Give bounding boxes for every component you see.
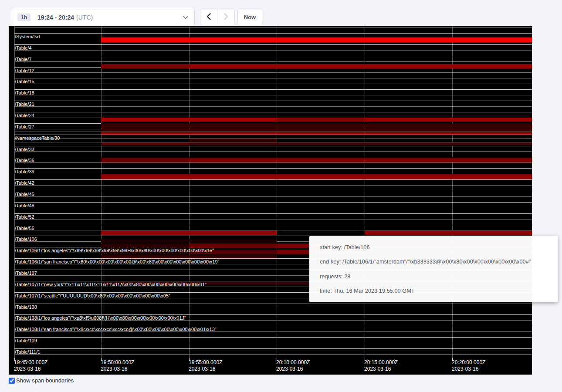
- heat-band[interactable]: [101, 132, 532, 135]
- horizontal-grid-line: [14, 348, 532, 349]
- horizontal-grid-line: [14, 213, 532, 214]
- heat-band[interactable]: [101, 126, 532, 129]
- heat-band[interactable]: [101, 142, 189, 146]
- x-axis-label: 19:55:00.000Z2023-03-16: [189, 359, 222, 372]
- heat-band[interactable]: [101, 118, 277, 122]
- row-label: /Table/106/1/"san francisco"/"\x80\x00\x…: [15, 259, 220, 264]
- horizontal-grid-line: [14, 314, 532, 315]
- horizontal-grid-line: [14, 95, 532, 95]
- horizontal-grid-line: [14, 44, 532, 45]
- horizontal-grid-line: [14, 146, 532, 146]
- time-range-select[interactable]: 1h 19:24 - 20:24 (UTC): [11, 8, 195, 27]
- heat-band[interactable]: [101, 255, 277, 258]
- row-label: /Table/36: [15, 158, 34, 163]
- horizontal-grid-line: [14, 27, 532, 28]
- row-label: /Table/106: [15, 237, 37, 242]
- heat-band[interactable]: [189, 139, 277, 142]
- horizontal-grid-line: [14, 225, 532, 225]
- row-label: /Table/18: [15, 90, 34, 95]
- row-label: /Table/39: [15, 169, 34, 174]
- heat-band[interactable]: [189, 142, 532, 146]
- vertical-grid-line: [189, 26, 190, 358]
- heat-band[interactable]: [101, 129, 532, 132]
- heat-band[interactable]: [101, 239, 277, 243]
- next-interval-button[interactable]: [217, 9, 235, 25]
- horizontal-grid-line: [14, 354, 532, 355]
- row-label: /Table/107/1/"new york"/"\x11\x11\x11\x1…: [15, 282, 207, 287]
- vertical-grid-line: [365, 26, 365, 358]
- x-axis-label: 19:45:00.000Z2023-03-16: [14, 359, 47, 372]
- horizontal-grid-line: [14, 84, 532, 84]
- tooltip-time: time: Thu, 16 Mar 2023 19:55:00 GMT: [320, 287, 547, 294]
- chevron-left-icon: [207, 13, 211, 21]
- horizontal-grid-line: [14, 50, 532, 51]
- heat-band[interactable]: [365, 118, 532, 122]
- heat-band[interactable]: [277, 118, 365, 122]
- heat-band[interactable]: [101, 37, 532, 42]
- heat-band[interactable]: [365, 230, 532, 235]
- vertical-grid-line: [452, 26, 453, 358]
- heat-band[interactable]: [101, 64, 189, 68]
- horizontal-grid-line: [14, 89, 532, 90]
- show-span-boundaries-label: Show span boundaries: [16, 377, 74, 384]
- chevron-right-icon: [224, 13, 228, 21]
- now-button[interactable]: Now: [237, 9, 262, 25]
- horizontal-grid-line: [14, 135, 532, 135]
- row-label: /Table/108/1/"los angeles"/"\xa8\xf5\u00…: [15, 315, 186, 321]
- horizontal-grid-line: [14, 309, 532, 309]
- row-label: /Table/55: [15, 226, 34, 231]
- horizontal-grid-line: [14, 72, 532, 73]
- row-label: /Table/107/1/"seattle"/"UUUUUUD\x00\x80\…: [15, 293, 170, 298]
- chevron-down-icon: [183, 16, 188, 19]
- horizontal-grid-line: [14, 151, 532, 152]
- x-axis-label: 20:10:00.000Z2023-03-16: [276, 359, 310, 372]
- row-label: /Table/45: [15, 192, 34, 197]
- heat-band[interactable]: [189, 64, 532, 68]
- x-axis-label: 20:20:00.000Z2023-03-16: [452, 359, 485, 372]
- row-label: /Table/24: [15, 113, 34, 118]
- heat-band[interactable]: [101, 123, 532, 126]
- row-label: /Table/48: [15, 203, 34, 208]
- range-tooltip: start key: /Table/106 end key: /Table/10…: [309, 236, 558, 302]
- horizontal-grid-line: [14, 168, 532, 169]
- vertical-grid-line: [101, 26, 102, 358]
- key-visualizer-heatmap[interactable]: /System/tsd/Table/4/Table/7/Table/12/Tab…: [9, 26, 532, 375]
- heat-band[interactable]: [189, 243, 277, 248]
- heat-band[interactable]: [101, 174, 532, 179]
- row-label: /Table/33: [15, 147, 34, 152]
- row-label: /Table/107: [15, 270, 37, 276]
- horizontal-grid-line: [14, 56, 532, 56]
- row-label: /Table/7: [15, 57, 32, 62]
- toolbar: 1h 19:24 - 20:24 (UTC) Now: [0, 0, 562, 28]
- heat-band[interactable]: [189, 158, 532, 162]
- horizontal-grid-line: [14, 112, 532, 112]
- previous-interval-button[interactable]: [200, 9, 217, 25]
- row-label: /Table/111/1: [15, 349, 40, 355]
- horizontal-grid-line: [14, 179, 532, 180]
- horizontal-grid-line: [14, 106, 532, 107]
- horizontal-grid-line: [14, 101, 532, 101]
- row-label: /Table/106/1/"los angeles"/"\x99\x99\x99…: [15, 248, 214, 253]
- row-label: /Table/108: [15, 304, 37, 310]
- horizontal-grid-line: [14, 208, 532, 208]
- horizontal-grid-line: [14, 343, 532, 343]
- row-label: /Table/27: [15, 124, 34, 129]
- row-label: /Table/109: [15, 338, 37, 343]
- show-span-boundaries-toggle[interactable]: Show span boundaries: [9, 377, 74, 384]
- horizontal-grid-line: [14, 196, 532, 197]
- heat-band[interactable]: [101, 230, 277, 235]
- horizontal-grid-line: [14, 61, 532, 62]
- heat-band[interactable]: [101, 243, 189, 248]
- row-label: /Table/4: [15, 45, 32, 51]
- show-span-boundaries-checkbox[interactable]: [9, 378, 15, 384]
- tooltip-start-key: start key: /Table/106: [320, 244, 547, 250]
- time-range-timezone: (UTC): [76, 14, 93, 21]
- row-label: /Table/21: [15, 101, 34, 107]
- tooltip-end-key: end key: /Table/106/1/"amsterdam"/"\xb33…: [320, 258, 547, 265]
- row-label: /Table/42: [15, 180, 34, 186]
- time-nav-group: [200, 9, 235, 25]
- heat-band[interactable]: [101, 158, 189, 162]
- horizontal-grid-line: [14, 33, 532, 34]
- vertical-grid-line: [277, 26, 277, 358]
- x-axis-label: 19:50:00.000Z2023-03-16: [101, 359, 134, 372]
